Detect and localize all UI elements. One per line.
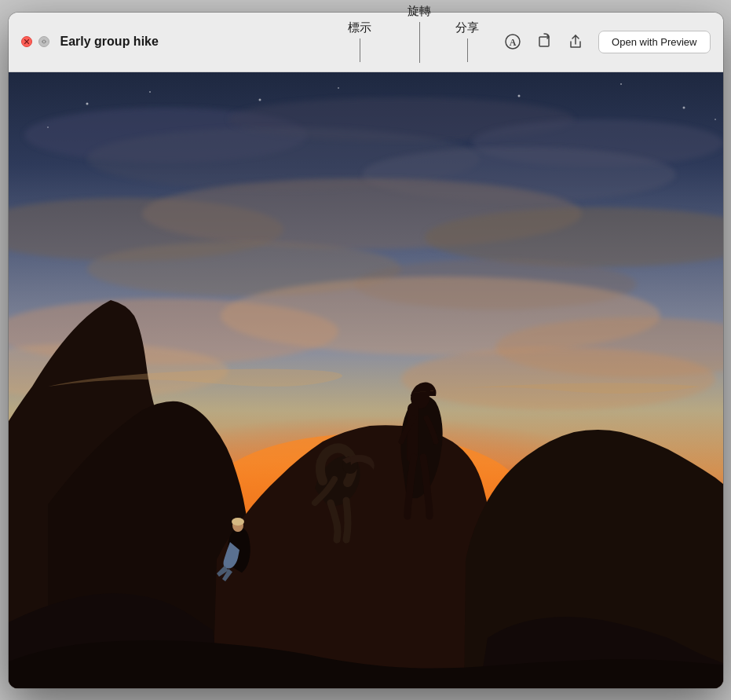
share-button[interactable]: [562, 28, 589, 55]
markup-icon: A: [504, 33, 521, 50]
svg-point-37: [517, 94, 520, 97]
toolbar-buttons: A Open with Preview: [499, 28, 710, 55]
rotate-icon: [535, 33, 553, 50]
image-area: [9, 72, 723, 688]
svg-point-40: [47, 126, 49, 128]
quick-look-window: 標示 旋轉 分享: [9, 13, 723, 688]
svg-point-36: [338, 87, 339, 89]
svg-point-38: [620, 83, 622, 85]
close-button[interactable]: [21, 36, 32, 47]
titlebar: Early group hike A: [9, 13, 723, 72]
svg-point-35: [258, 98, 261, 101]
share-icon: [567, 33, 584, 50]
svg-point-41: [715, 119, 716, 120]
sunset-scene: [9, 72, 723, 688]
minimize-button[interactable]: [38, 36, 49, 47]
svg-point-39: [682, 106, 685, 108]
rotate-button[interactable]: [531, 28, 557, 55]
open-with-preview-button[interactable]: Open with Preview: [598, 31, 710, 53]
svg-point-33: [86, 102, 88, 104]
scene-svg: [9, 72, 723, 688]
svg-point-28: [401, 347, 715, 410]
window-title: Early group hike: [60, 35, 500, 49]
svg-point-34: [149, 91, 151, 93]
svg-point-30: [232, 518, 244, 526]
traffic-lights: [21, 36, 49, 47]
markup-button[interactable]: A: [499, 28, 526, 55]
svg-text:A: A: [510, 37, 517, 48]
